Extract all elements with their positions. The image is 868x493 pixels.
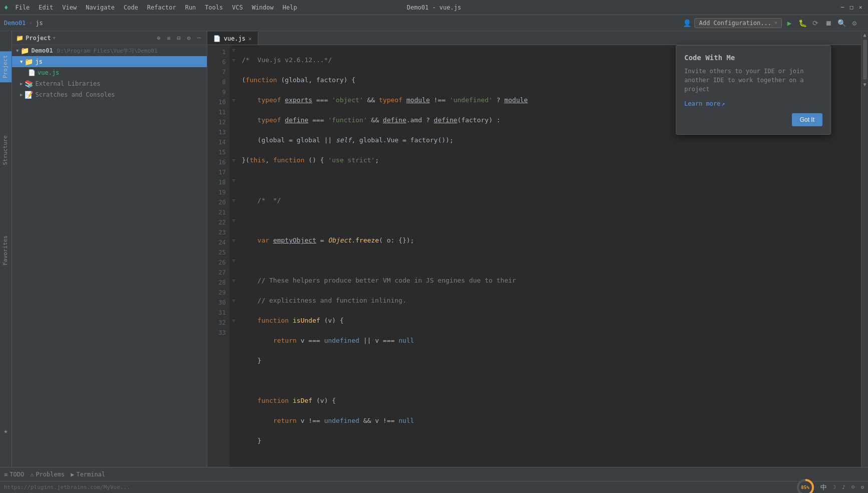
project-breadcrumb-folder[interactable]: js [36, 20, 43, 27]
expand-all-icon[interactable]: ⊟ [175, 34, 183, 42]
fold-27 [230, 266, 238, 276]
menu-tools[interactable]: Tools [201, 3, 227, 12]
sidebar-title: 📁 Project ▼ [16, 35, 56, 42]
fold-18[interactable]: ▽ [230, 175, 238, 185]
menu-help[interactable]: Help [279, 3, 301, 12]
fold-23 [230, 225, 238, 235]
sidebar-header: 📁 Project ▼ ⊕ ≡ ⊟ ⚙ ─ [12, 31, 207, 45]
fold-30[interactable]: ▽ [230, 296, 238, 306]
menu-file[interactable]: File [11, 3, 34, 12]
code-content[interactable]: /* Vue.js v2.6.12...*/ (function (global… [238, 45, 532, 467]
fold-24[interactable]: ▽ [230, 235, 238, 245]
fold-17 [230, 165, 238, 175]
bookmark-icon[interactable]: ★ [0, 425, 12, 437]
close-button[interactable]: ✕ [857, 4, 864, 11]
right-scrollbar[interactable]: ▲ ▼ [861, 31, 868, 467]
menu-vcs[interactable]: VCS [228, 3, 247, 12]
code-line-18: function isUndef (v) { [242, 316, 528, 326]
add-configuration-button[interactable]: Add Configuration... ▼ [694, 18, 782, 28]
chevron-right-icon-scratch: ▶ [20, 92, 23, 97]
tab-close-button[interactable]: ✕ [248, 36, 252, 42]
learn-more-link[interactable]: Learn more ↗ [684, 100, 725, 107]
window-controls: ─ □ ✕ [839, 4, 864, 11]
fold-32[interactable]: ▽ [230, 316, 238, 326]
tree-item-demo01[interactable]: ▼ 📁 Demo01 D:\Program Files\Vue学习\Demo01 [12, 45, 207, 56]
user-icon[interactable]: 👤 [681, 18, 692, 29]
bottom-tab-terminal[interactable]: ▶ Terminal [71, 469, 105, 480]
line-num-14: 14 [207, 137, 226, 147]
line-numbers: 1 6 7 8 9 10 11 12 13 14 15 16 17 18 19 … [207, 45, 230, 467]
menu-edit[interactable]: Edit [35, 3, 57, 12]
bottom-tab-todo[interactable]: ≡ TODO [4, 469, 24, 480]
fold-6[interactable]: ▽ [230, 55, 238, 65]
fold-28[interactable]: ▽ [230, 276, 238, 286]
file-tree: ▼ 📁 Demo01 D:\Program Files\Vue学习\Demo01… [12, 45, 207, 467]
top-toolbar: 👤 Add Configuration... ▼ ▶ 🐛 ⟳ ⏹ 🔍 ⚙ [681, 18, 864, 29]
tree-item-vuejs[interactable]: 📄 vue.js [12, 67, 207, 78]
fold-10[interactable]: ▽ [230, 95, 238, 105]
locate-file-icon[interactable]: ⊕ [155, 34, 163, 42]
zoom-control[interactable]: 85% [796, 478, 814, 494]
menu-window[interactable]: Window [248, 3, 277, 12]
sidebar-tab-structure[interactable]: Structure [0, 131, 12, 169]
maximize-button[interactable]: □ [848, 4, 855, 11]
title-bar: ♦ File Edit View Navigate Code Refactor … [0, 0, 868, 15]
run-button[interactable]: ▶ [784, 18, 795, 29]
fold-11 [230, 105, 238, 115]
minimize-button[interactable]: ─ [839, 4, 846, 11]
scratches-icon: 📝 [25, 91, 33, 99]
search-everywhere-icon[interactable]: 🔍 [836, 18, 847, 29]
line-num-12: 12 [207, 117, 226, 127]
code-line-15 [242, 256, 528, 266]
status-text: https://plugins.jetbrains.com/MyVue... [4, 484, 130, 490]
tree-item-external-libraries[interactable]: ▶ 📚 External Libraries [12, 78, 207, 89]
coverage-button[interactable]: ⟳ [810, 18, 821, 29]
tree-label-external: External Libraries [35, 80, 100, 87]
menu-navigate[interactable]: Navigate [82, 3, 119, 12]
fold-1[interactable]: ▽ [230, 45, 238, 55]
menu-code[interactable]: Code [120, 3, 142, 12]
bottom-tab-problems[interactable]: ⚠ Problems [30, 469, 65, 480]
debug-button[interactable]: 🐛 [797, 18, 808, 29]
line-num-15: 15 [207, 147, 226, 157]
sidebar-tab-favorites[interactable]: Favorites [0, 231, 12, 270]
sidebar-tab-project[interactable]: Project [0, 51, 12, 82]
settings-icon[interactable]: ⚙ [849, 18, 860, 29]
tree-label-scratches: Scratches and Consoles [35, 91, 115, 98]
status-bar: https://plugins.jetbrains.com/MyVue... 8… [0, 481, 868, 493]
line-num-16: 16 [207, 157, 226, 167]
dropdown-icon[interactable]: ▼ [53, 36, 56, 41]
gear-icon[interactable]: ⚙ [185, 34, 193, 42]
code-line-25 [242, 456, 528, 466]
mode-icon: ☽ [833, 484, 836, 490]
fold-16[interactable]: ▽ [230, 155, 238, 165]
line-num-9: 9 [207, 87, 226, 97]
lang-indicator[interactable]: 中 [820, 483, 827, 492]
got-it-button[interactable]: Got It [792, 113, 822, 126]
scrollbar-thumb[interactable] [863, 40, 867, 80]
menu-run[interactable]: Run [181, 3, 200, 12]
tree-item-scratches[interactable]: ▶ 📝 Scratches and Consoles [12, 89, 207, 100]
line-num-32: 32 [207, 318, 226, 328]
settings-status-icon[interactable]: ⚙ [860, 484, 864, 490]
code-line-16: // These helpers produce better VM code … [242, 276, 528, 286]
menu-refactor[interactable]: Refactor [143, 3, 180, 12]
code-line-17: // explicitness and function inlining. [242, 296, 528, 306]
project-breadcrumb-root[interactable]: Demo01 [4, 20, 26, 27]
problems-icon: ⚠ [30, 471, 34, 478]
stop-button[interactable]: ⏹ [823, 18, 834, 29]
fold-26[interactable]: ▽ [230, 256, 238, 266]
fold-22[interactable]: ▽ [230, 215, 238, 225]
tab-vuejs[interactable]: 📄 vue.js ✕ [207, 32, 258, 45]
fold-20[interactable]: ▽ [230, 195, 238, 205]
tree-item-js[interactable]: ▼ 📁 js [12, 56, 207, 67]
minimize-sidebar-icon[interactable]: ─ [195, 34, 203, 42]
line-num-21: 21 [207, 207, 226, 217]
menu-view[interactable]: View [58, 3, 81, 12]
collapse-all-icon[interactable]: ≡ [165, 34, 173, 42]
breadcrumb-separator: › [29, 19, 33, 27]
line-num-7: 7 [207, 67, 226, 77]
fold-21 [230, 205, 238, 215]
window-title: Demo01 - vue.js [407, 4, 461, 11]
tree-label-demo01: Demo01 [31, 47, 53, 54]
